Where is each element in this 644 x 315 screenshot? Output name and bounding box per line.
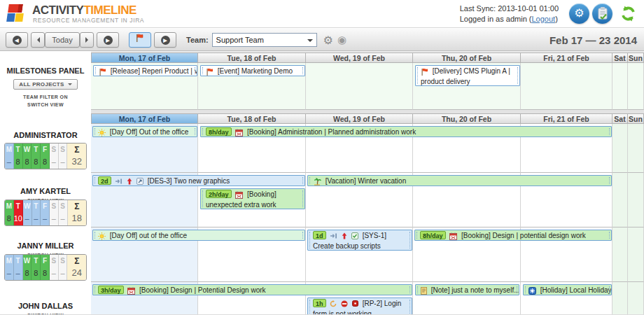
jump-forward-button[interactable]: ▶ <box>97 32 119 48</box>
event-dayoff[interactable]: [Day Off] out of the office <box>92 230 305 241</box>
milestone-release[interactable]: [Release] Reperi Product | v3.1 <box>93 65 197 76</box>
reports-clipboard-icon[interactable] <box>592 4 612 24</box>
app-title: ACTIVITYTIMELINE <box>32 4 136 18</box>
left-triangle-icon <box>34 37 40 43</box>
day-cell[interactable] <box>612 124 628 173</box>
day-cell[interactable] <box>628 282 644 315</box>
day-header-tue[interactable]: Tue, 18 of Feb <box>198 113 306 124</box>
event-holiday[interactable]: [Holiday] Local Holiday <box>523 284 612 295</box>
all-projects-dropdown[interactable]: ALL PROJECTS <box>13 79 78 90</box>
chevron-down-icon <box>307 39 313 45</box>
team-settings-gear-icon[interactable]: ⚙ <box>323 34 333 47</box>
milestones-toggle-button[interactable] <box>129 32 151 48</box>
app-subtitle: RESOURCE MANAGEMENT IN JIRA <box>33 17 144 24</box>
flag-icon <box>206 68 214 76</box>
hours-badge: 2h/day <box>206 190 232 198</box>
event-task-des-3[interactable]: 2d [DES-3] Two new graphics <box>92 175 305 186</box>
logged-in-label: Logged in as admin (Logout) <box>460 14 559 24</box>
activitytimeline-app: ACTIVITYTIMELINE RESOURCE MANAGEMENT IN … <box>0 0 644 315</box>
workload-table-amy-kartel[interactable]: M8 T10 W– T– F– S– S– Σ18 <box>4 200 87 226</box>
event-booking[interactable]: 3h/day [Booking] Design | Potential Desi… <box>92 284 412 295</box>
day-header-fri[interactable]: Fri, 21 of Feb <box>521 113 612 124</box>
event-vacation[interactable]: [Vacation] Winter vacation <box>307 175 612 186</box>
workload-table-janny-miller[interactable]: M– T– W8 T8 F8 S– S– Σ24 <box>4 254 87 281</box>
blocker-priority-icon <box>341 300 348 309</box>
day-header-wed[interactable]: Wed, 19 of Feb <box>306 52 413 63</box>
today-button[interactable]: Today <box>45 32 80 48</box>
top-header: ACTIVITYTIMELINE RESOURCE MANAGEMENT IN … <box>0 0 644 28</box>
event-booking[interactable]: 2h/day [Booking] unexpected extra work <box>200 188 305 209</box>
milestone-cell[interactable] <box>628 63 644 110</box>
day-header-sat[interactable]: Sat <box>612 52 628 63</box>
booking-calendar-icon <box>449 232 457 241</box>
milestone-cell[interactable] <box>306 63 413 110</box>
jump-back-button[interactable]: ◀ <box>6 32 28 48</box>
flag-icon <box>99 68 106 76</box>
timeline-row-administrator: [Day Off] Out of the office 8h/day [Book… <box>91 124 644 173</box>
milestone-cell[interactable] <box>521 63 612 110</box>
day-header-thu[interactable]: Thu, 20 of Feb <box>413 52 521 63</box>
holiday-icon <box>528 287 536 295</box>
next-milestone-button[interactable]: ▶ <box>154 32 176 48</box>
scope-target-icon[interactable]: ◉ <box>337 34 346 46</box>
timeline-grid: Mon, 17 of Feb Tue, 18 of Feb Wed, 19 of… <box>91 51 644 315</box>
day-header-mon[interactable]: Mon, 17 of Feb <box>91 52 198 63</box>
milestones-row: [Release] Reperi Product | v3.1 [Event] … <box>91 63 644 110</box>
step-forward-button[interactable] <box>80 32 94 48</box>
in-progress-icon <box>330 300 337 309</box>
day-cell[interactable] <box>628 124 644 173</box>
right-triangle-icon <box>85 37 91 43</box>
hours-badge: 8h/day <box>420 231 446 239</box>
day-header-sun[interactable]: Sun <box>628 52 644 63</box>
priority-up-icon <box>342 232 347 241</box>
event-task-rp-2[interactable]: 1h [RP-2] Login form is not working <box>307 298 412 315</box>
booking-calendar-icon <box>127 287 135 295</box>
event-dayoff[interactable]: [Day Off] Out of the office <box>92 126 197 137</box>
tracking-arrow-icon <box>330 232 337 241</box>
task-type-icon <box>351 232 358 241</box>
day-cell[interactable] <box>612 173 628 227</box>
settings-gear-icon[interactable]: ⚙ <box>569 4 589 24</box>
milestones-switch-view-link[interactable]: SWITCH VIEW <box>27 102 64 107</box>
milestone-cell[interactable] <box>612 63 628 110</box>
session-info: Last Sync: 2013-10-01 01:00 Logged in as… <box>460 4 559 24</box>
duration-badge: 1h <box>313 299 326 307</box>
timeline-row-amy-kartel: 2d [DES-3] Two new graphics [Vacation] W… <box>91 173 644 227</box>
logout-link[interactable]: Logout <box>531 15 555 23</box>
event-booking[interactable]: 8h/day [Booking] Design | potential desi… <box>414 230 612 241</box>
timeline-row-john-dallas: 3h/day [Booking] Design | Potential Desi… <box>91 282 644 315</box>
sun-icon <box>98 232 106 241</box>
event-note[interactable]: [Note] just a note to myself.... <box>415 284 519 295</box>
day-cell[interactable] <box>628 173 644 227</box>
booking-calendar-icon <box>235 129 243 137</box>
team-select[interactable]: Support Team <box>212 33 317 47</box>
milestones-panel-title: MILESTONES PANEL <box>0 66 91 75</box>
sync-refresh-icon[interactable] <box>618 4 638 24</box>
day-header-tue[interactable]: Tue, 18 of Feb <box>198 52 306 63</box>
day-header-sun[interactable]: Sun <box>628 113 644 124</box>
improvement-type-icon <box>136 178 144 186</box>
day-cell[interactable] <box>612 227 628 282</box>
circle-right-arrow-icon: ▶ <box>104 36 113 45</box>
milestone-event[interactable]: [Event] Marketing Demo <box>200 65 305 76</box>
app-logo-icon <box>7 4 25 23</box>
event-booking[interactable]: 8h/day [Booking] Administration | Planne… <box>200 126 612 137</box>
hours-badge: 8h/day <box>206 127 232 136</box>
day-header-sat[interactable]: Sat <box>612 113 628 124</box>
duration-badge: 1d <box>313 231 326 239</box>
team-label: Team: <box>186 36 209 44</box>
day-cell[interactable] <box>628 227 644 282</box>
day-header-mon[interactable]: Mon, 17 of Feb <box>91 113 198 124</box>
step-back-button[interactable] <box>31 32 45 48</box>
workload-table-administrator[interactable]: M– T8 W8 T8 F8 S– S– Σ32 <box>4 143 87 169</box>
flag-icon <box>421 68 428 77</box>
day-header-thu[interactable]: Thu, 20 of Feb <box>413 113 521 124</box>
milestone-delivery[interactable]: [Delivery] CMS Plugin A | product delive… <box>415 65 520 86</box>
note-icon <box>421 287 427 295</box>
event-task-sys-1[interactable]: 1d [SYS-1] Create backup scripts <box>307 230 412 251</box>
day-header-fri[interactable]: Fri, 21 of Feb <box>521 52 612 63</box>
day-header-wed[interactable]: Wed, 19 of Feb <box>306 113 413 124</box>
last-sync-label: Last Sync: 2013-10-01 01:00 <box>460 4 559 14</box>
day-cell[interactable] <box>612 282 628 315</box>
sun-icon <box>98 129 106 137</box>
